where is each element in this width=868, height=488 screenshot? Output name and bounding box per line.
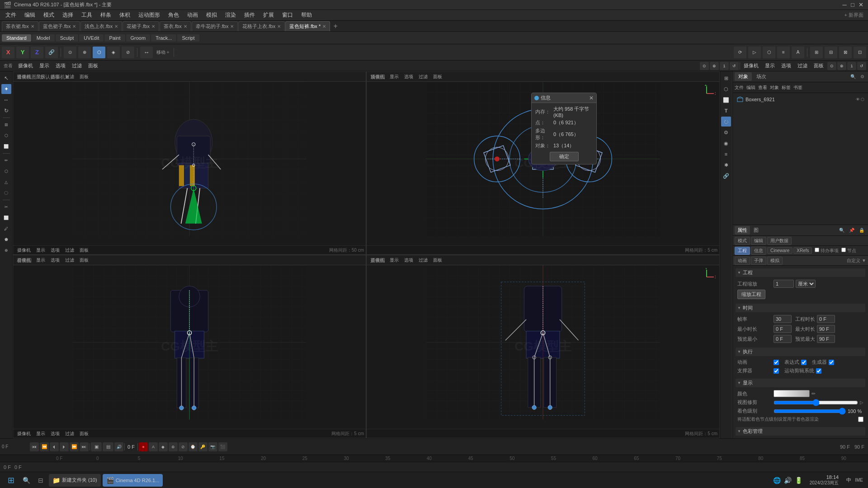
mode-sculpt[interactable]: Sculpt [56,34,79,42]
tl-key1[interactable]: A [149,442,158,451]
color-edit-icon[interactable]: ✏ [811,391,816,397]
vp1-b-disp[interactable]: 显示 [34,247,47,254]
vp2-option[interactable]: 选项 [402,73,415,80]
new-interface-btn[interactable]: + 新界面 [842,12,866,19]
sec-disp2[interactable]: 显示 [762,62,778,70]
sec-filt2[interactable]: 过滤 [795,62,810,70]
tab-5-close[interactable]: ✕ [230,24,234,29]
toolbar-link[interactable]: 🔗 [45,47,58,58]
ri-link[interactable]: 🔗 [721,171,731,181]
toolbar-render3[interactable]: ⬡ [763,47,775,58]
vp2-display[interactable]: 显示 [387,73,401,80]
om-edit[interactable]: 编辑 [746,84,755,91]
lt-circle[interactable]: 〇 [1,188,11,198]
close-button[interactable]: ✕ [857,1,864,9]
menu-file[interactable]: 文件 [2,10,20,20]
toolbar-btn-1[interactable]: ⊙ [64,47,76,58]
props-pin-icon[interactable]: 📌 [847,228,856,233]
toolbar-btn-4[interactable]: ◈ [107,47,120,58]
menu-spline[interactable]: 样条 [97,10,115,20]
vp1-b-opt[interactable]: 选项 [48,247,62,254]
props-mode-tab[interactable]: 模式 [735,237,750,245]
vp2-panel[interactable]: 面板 [431,73,444,80]
sec-opt2[interactable]: 选项 [778,62,794,70]
info-confirm-button[interactable]: 确定 [550,152,579,161]
vp3-b-cam[interactable]: 摄像机 [15,430,33,437]
lang-indicator[interactable]: 中 [845,477,853,483]
tab-3-close[interactable]: ✕ [151,24,155,29]
menu-render[interactable]: 渲染 [222,10,240,20]
props-time-header[interactable]: 时间 [736,304,865,312]
tab-7-active[interactable]: 蓝色短裤.fbx *✕ [285,21,330,31]
expr-checkbox[interactable] [801,360,807,365]
sec-display[interactable]: 显示 [37,62,52,70]
tab-1[interactable]: 蓝色裙子.fbx✕ [39,21,80,31]
rp-search-icon[interactable]: 🔍 [849,74,858,79]
lt-scale[interactable]: ↔ [1,95,11,105]
gen-checkbox[interactable] [829,360,834,365]
anim-checkbox[interactable] [774,360,779,365]
rp-tab-scene[interactable]: 场次 [753,72,770,81]
toolbar-layout2[interactable]: ⊟ [825,47,837,58]
viewport-front[interactable]: 摄像机 显示 选项 过滤 面板 CG模型主 正视图 [366,255,720,438]
props-userdata-tab[interactable]: 用户数据 [767,237,792,245]
node-checkbox[interactable] [841,248,846,252]
menu-animate[interactable]: 动画 [184,10,202,20]
toolbar-x-axis[interactable]: X [2,47,14,58]
ri-mesh[interactable]: ⬡ [721,84,731,94]
om-bookmark[interactable]: 书签 [793,84,802,91]
sec-option[interactable]: 选项 [53,62,68,70]
vp2-filter[interactable]: 过滤 [416,73,430,80]
sec-btn2[interactable]: ⊕ [710,62,719,70]
toolbar-z-axis[interactable]: Z [31,47,43,58]
vp4-option[interactable]: 选项 [402,257,415,264]
menu-mode[interactable]: 模式 [40,10,58,20]
toolbar-layout3[interactable]: ⊠ [839,47,852,58]
tl-key4[interactable]: ⊘ [179,442,188,451]
visibility-render-icon[interactable]: ⬡ [861,97,864,102]
tl-play[interactable]: ⏵ [60,442,69,451]
tl-last-frame[interactable]: ⏭ [80,442,89,451]
ri-scene[interactable]: ⊞ [721,73,731,83]
mode-model[interactable]: Model [32,34,55,42]
menu-simulate[interactable]: 模拟 [203,10,221,20]
props-scale-input[interactable] [774,280,794,288]
tl-first-frame[interactable]: ⏮ [30,442,39,451]
props-xrefs-tab[interactable]: XRefs [793,247,812,254]
ri-star[interactable]: ✱ [721,160,731,170]
visibility-cam-icon[interactable]: 👁 [856,97,860,102]
ri-text[interactable]: T [721,106,731,116]
om-file[interactable]: 文件 [735,84,744,91]
mode-groom[interactable]: Groom [126,34,151,42]
tab-3[interactable]: 花裙子.fbx✕ [123,21,159,31]
vp3-b-pan[interactable]: 面板 [77,430,91,437]
toolbar-render2[interactable]: ▷ [748,47,761,58]
vp2-camera[interactable]: 摄像机 [368,73,387,80]
tab-4-close[interactable]: ✕ [184,24,187,29]
taskbar-search-icon[interactable]: 🔍 [20,474,33,487]
toolbar-y-axis[interactable]: Y [16,47,29,58]
props-fps-input[interactable] [774,315,792,323]
vp1-b-filt[interactable]: 过滤 [63,247,76,254]
tab-5[interactable]: 牵牛花的子.fbx✕ [192,21,238,31]
tl-mode1[interactable]: ▣ [91,442,102,451]
props-max-input[interactable] [817,325,835,333]
windows-start-button[interactable]: ⊞ [4,474,18,487]
vp3-filter[interactable]: 过滤 [63,257,76,264]
props-prevmin-input[interactable] [774,335,792,343]
menu-help[interactable]: 帮助 [297,10,316,20]
props-disp-header[interactable]: 显示 [736,379,865,387]
lt-cursor[interactable]: ↖ [1,73,11,83]
node-settings-checkbox[interactable] [858,417,863,422]
lt-mat[interactable]: ⬜ [1,141,11,151]
props-project-header[interactable]: 工程 [736,268,865,277]
toolbar-layout1[interactable]: ⊞ [810,47,823,58]
lt-pen[interactable]: ✏ [1,155,11,165]
viewclip-slider[interactable] [774,400,858,405]
lt-scene[interactable]: ⬡ [1,131,11,141]
brightness-slider[interactable] [774,408,846,414]
vp3-display[interactable]: 显示 [34,257,47,264]
vp1-display[interactable]: 显示 [34,73,47,80]
lt-extrude[interactable]: ⬟ [1,235,11,244]
tl-key7[interactable]: 📷 [208,442,217,451]
